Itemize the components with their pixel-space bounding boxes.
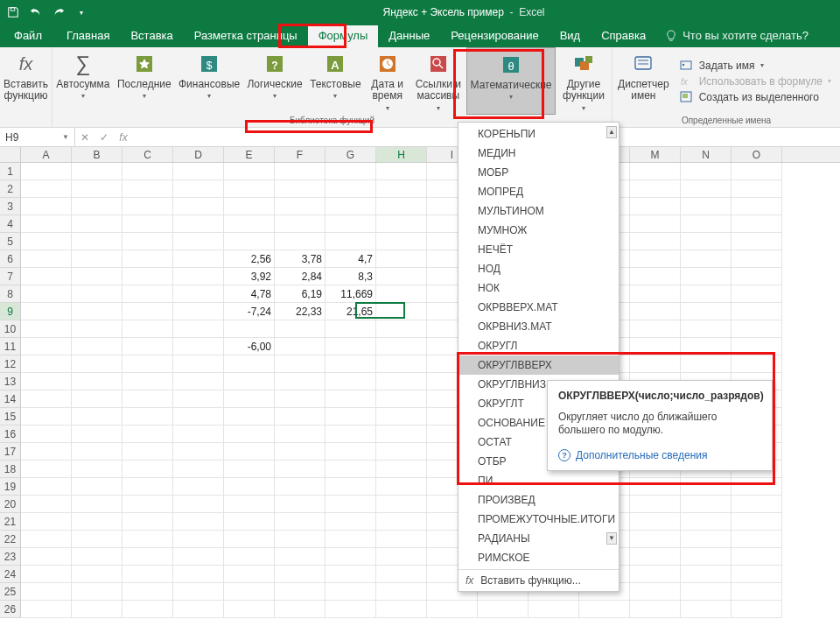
create-from-selection-button[interactable]: Создать из выделенного xyxy=(680,91,831,103)
menu-item-РАДИАНЫ[interactable]: РАДИАНЫ xyxy=(458,529,619,548)
cell-N3[interactable] xyxy=(681,198,732,215)
cell-F20[interactable] xyxy=(275,496,326,513)
cell-D7[interactable] xyxy=(173,268,224,285)
cell-A3[interactable] xyxy=(21,198,72,215)
cell-H19[interactable] xyxy=(376,478,427,496)
cell-O19[interactable] xyxy=(732,478,782,496)
cell-M19[interactable] xyxy=(630,478,681,496)
cell-I26[interactable] xyxy=(427,601,478,618)
cell-M4[interactable] xyxy=(630,215,681,233)
cell-A4[interactable] xyxy=(21,215,72,233)
row-header-17[interactable]: 17 xyxy=(0,443,21,461)
cell-C17[interactable] xyxy=(122,443,173,461)
cell-D21[interactable] xyxy=(173,513,224,531)
cell-B14[interactable] xyxy=(72,390,122,408)
cell-D19[interactable] xyxy=(173,478,224,496)
cell-H3[interactable] xyxy=(376,198,427,215)
cell-M3[interactable] xyxy=(630,198,681,215)
row-header-5[interactable]: 5 xyxy=(0,233,21,250)
cell-F3[interactable] xyxy=(275,198,326,215)
cell-C12[interactable] xyxy=(122,355,173,373)
tab-formulas[interactable]: Формулы xyxy=(308,25,379,47)
cell-H9[interactable] xyxy=(376,303,427,320)
cell-F22[interactable] xyxy=(275,531,326,548)
cell-O12[interactable] xyxy=(732,355,782,373)
cell-C22[interactable] xyxy=(122,531,173,548)
cell-A22[interactable] xyxy=(21,531,72,548)
enter-icon[interactable]: ✓ xyxy=(94,131,114,144)
cell-E25[interactable] xyxy=(224,583,275,601)
cell-A9[interactable] xyxy=(21,303,72,320)
cell-C21[interactable] xyxy=(122,513,173,531)
cell-C14[interactable] xyxy=(122,390,173,408)
cell-O3[interactable] xyxy=(732,198,782,215)
row-header-10[interactable]: 10 xyxy=(0,320,21,338)
save-icon[interactable] xyxy=(4,3,23,22)
cell-N1[interactable] xyxy=(681,163,732,180)
cell-O7[interactable] xyxy=(732,268,782,285)
menu-item-ОКРВВЕРХ.МАТ[interactable]: ОКРВВЕРХ.МАТ xyxy=(458,298,619,317)
cell-E10[interactable] xyxy=(224,320,275,338)
cell-O23[interactable] xyxy=(732,548,782,566)
cell-E7[interactable]: 3,92 xyxy=(224,268,275,285)
cell-M5[interactable] xyxy=(630,233,681,250)
menu-item-НЕЧЁТ[interactable]: НЕЧЁТ xyxy=(458,240,619,259)
cell-E20[interactable] xyxy=(224,496,275,513)
cell-F11[interactable] xyxy=(275,338,326,355)
cell-F9[interactable]: 22,33 xyxy=(275,303,326,320)
cell-F23[interactable] xyxy=(275,548,326,566)
cell-N10[interactable] xyxy=(681,320,732,338)
cell-F2[interactable] xyxy=(275,180,326,198)
cell-B15[interactable] xyxy=(72,408,122,426)
cell-G24[interactable] xyxy=(326,566,376,583)
qat-customize-icon[interactable]: ▾ xyxy=(72,3,91,22)
cell-D2[interactable] xyxy=(173,180,224,198)
cell-E24[interactable] xyxy=(224,566,275,583)
row-header-13[interactable]: 13 xyxy=(0,373,21,390)
cell-O20[interactable] xyxy=(732,496,782,513)
cell-H20[interactable] xyxy=(376,496,427,513)
cell-A20[interactable] xyxy=(21,496,72,513)
cell-G11[interactable] xyxy=(326,338,376,355)
tab-file[interactable]: Файл xyxy=(0,25,56,47)
cell-B25[interactable] xyxy=(72,583,122,601)
cell-A17[interactable] xyxy=(21,443,72,461)
cell-F19[interactable] xyxy=(275,478,326,496)
cell-A2[interactable] xyxy=(21,180,72,198)
cell-F12[interactable] xyxy=(275,355,326,373)
cell-G20[interactable] xyxy=(326,496,376,513)
cell-C3[interactable] xyxy=(122,198,173,215)
cell-B4[interactable] xyxy=(72,215,122,233)
cell-N21[interactable] xyxy=(681,513,732,531)
cell-E8[interactable]: 4,78 xyxy=(224,285,275,303)
cell-O6[interactable] xyxy=(732,250,782,268)
lookup-button[interactable]: Ссылки имассивы ▾ xyxy=(410,47,466,115)
cell-B24[interactable] xyxy=(72,566,122,583)
cell-D10[interactable] xyxy=(173,320,224,338)
redo-icon[interactable] xyxy=(49,3,68,22)
cell-H2[interactable] xyxy=(376,180,427,198)
cell-G15[interactable] xyxy=(326,408,376,426)
cell-G6[interactable]: 4,7 xyxy=(326,250,376,268)
cell-A18[interactable] xyxy=(21,461,72,478)
date-time-button[interactable]: Дата ивремя ▾ xyxy=(365,47,410,115)
cell-M7[interactable] xyxy=(630,268,681,285)
cell-N12[interactable] xyxy=(681,355,732,373)
cell-G9[interactable]: 21,65 xyxy=(326,303,376,320)
cell-A21[interactable] xyxy=(21,513,72,531)
row-header-11[interactable]: 11 xyxy=(0,338,21,355)
cell-E23[interactable] xyxy=(224,548,275,566)
cell-A14[interactable] xyxy=(21,390,72,408)
cell-H25[interactable] xyxy=(376,583,427,601)
cell-A8[interactable] xyxy=(21,285,72,303)
cell-H16[interactable] xyxy=(376,426,427,443)
row-header-26[interactable]: 26 xyxy=(0,601,21,618)
cell-H4[interactable] xyxy=(376,215,427,233)
cell-C10[interactable] xyxy=(122,320,173,338)
cell-M22[interactable] xyxy=(630,531,681,548)
cell-N8[interactable] xyxy=(681,285,732,303)
cell-M8[interactable] xyxy=(630,285,681,303)
cell-D26[interactable] xyxy=(173,601,224,618)
cell-B26[interactable] xyxy=(72,601,122,618)
cell-N23[interactable] xyxy=(681,548,732,566)
